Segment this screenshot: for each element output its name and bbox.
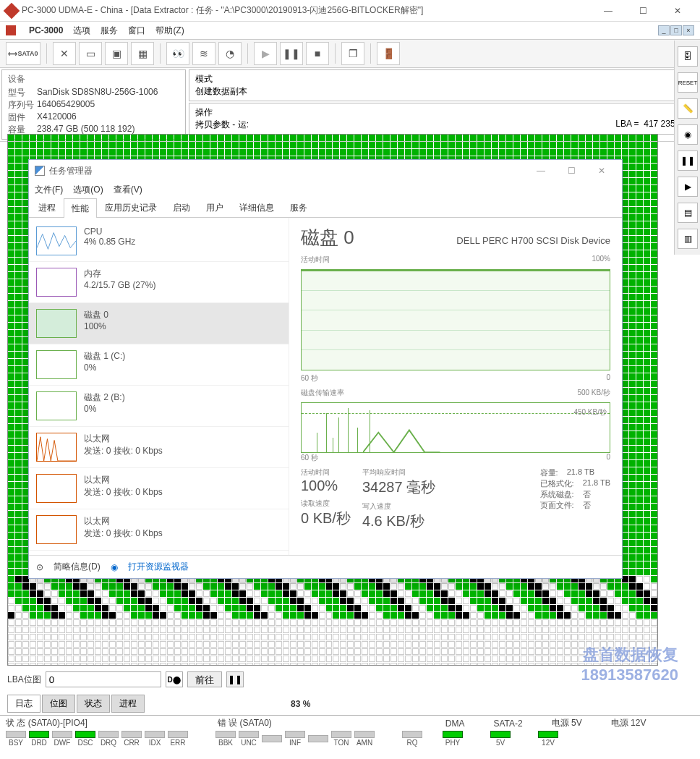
- led-12V: 12V: [538, 731, 558, 747]
- led-UNC: UNC: [239, 731, 259, 747]
- mdi-window-controls: _ □ ×: [658, 25, 694, 35]
- tm-tab-users[interactable]: 用户: [198, 198, 231, 217]
- led-ERR: ERR: [168, 731, 188, 747]
- status-bar: 状 态 (SATA0)-[PIO4] 错 误 (SATA0) DMA SATA-…: [0, 715, 700, 755]
- window-controls: — ☐ ✕: [592, 0, 694, 22]
- tm-item-5[interactable]: 以太网发送: 0 接收: 0 Kbps: [29, 427, 289, 468]
- tm-menu-file[interactable]: 文件(F): [35, 184, 63, 196]
- btab-bitmap[interactable]: 位图: [42, 695, 75, 713]
- menu-options[interactable]: 选项: [73, 25, 90, 37]
- operation-panel: 操作 拷贝参数 - 运: LBA = 417 235 143: [189, 103, 699, 135]
- tm-item-6[interactable]: 以太网发送: 0 接收: 0 Kbps: [29, 468, 289, 509]
- sparkline-icon: [36, 226, 77, 255]
- sidebar-toolbar: 🗄 RESET 📏 ◉ ❚❚ ▶ ▤ ▥: [674, 41, 700, 255]
- menu-help[interactable]: 帮助(Z): [155, 25, 184, 37]
- tm-item-1[interactable]: 内存4.2/15.7 GB (27%): [29, 262, 289, 303]
- led-AMN: AMN: [354, 731, 375, 747]
- expand-icon[interactable]: ⊙: [36, 562, 43, 572]
- led-PHY: PHY: [443, 731, 463, 747]
- lba-input[interactable]: [46, 671, 161, 687]
- sb-gauge-icon[interactable]: ◉: [678, 124, 698, 145]
- tm-tab-process[interactable]: 进程: [30, 198, 64, 217]
- close-button[interactable]: ✕: [661, 0, 694, 22]
- led-DSC: DSC: [75, 731, 95, 747]
- led-CRR: CRR: [121, 731, 142, 747]
- led-DRQ: DRQ: [98, 731, 119, 747]
- toolbar: ⟷SATA0 ✕ ▭ ▣ ▦ 👀 ≋ ◔ ▶ ❚❚ ■ ❐ 🚪: [0, 39, 700, 68]
- tm-left-panel: CPU4% 0.85 GHz内存4.2/15.7 GB (27%)磁盘 0100…: [29, 218, 289, 555]
- lba-card-icon[interactable]: D⬤: [166, 671, 183, 687]
- mdi-minimize[interactable]: _: [658, 25, 670, 35]
- pause2-button[interactable]: ❚❚: [226, 671, 244, 687]
- stop-button[interactable]: ■: [306, 42, 329, 65]
- tm-heading: 磁盘 0: [301, 225, 354, 250]
- led-TON: TON: [331, 731, 351, 747]
- tm-item-2[interactable]: 磁盘 0100%: [29, 303, 289, 344]
- led-5V: 5V: [490, 731, 511, 747]
- open-monitor-link[interactable]: 打开资源监视器: [128, 561, 189, 573]
- window-icon[interactable]: ▭: [79, 42, 102, 65]
- menu-services[interactable]: 服务: [101, 25, 118, 37]
- copy-icon[interactable]: ❐: [341, 42, 364, 65]
- tm-tab-services[interactable]: 服务: [282, 198, 315, 217]
- param-icon[interactable]: ▦: [131, 42, 154, 65]
- tm-menu-view[interactable]: 查看(V): [114, 184, 142, 196]
- window-title: PC-3000 UDMA-E - China - [Data Extractor…: [22, 4, 592, 17]
- tm-maximize[interactable]: ☐: [557, 161, 586, 181]
- menu-window[interactable]: 窗口: [128, 25, 145, 37]
- search-icon[interactable]: 👀: [166, 42, 189, 65]
- mode-panel: 模式 创建数据副本: [189, 69, 699, 101]
- minimize-button[interactable]: —: [592, 0, 625, 22]
- tm-menubar: 文件(F) 选项(O) 查看(V): [29, 182, 622, 198]
- inner-title: PC-3000: [29, 25, 63, 35]
- sparkline-icon: [36, 309, 77, 338]
- tm-tab-apphistory[interactable]: 应用历史记录: [97, 198, 165, 217]
- sb-reset-icon[interactable]: RESET: [678, 72, 698, 93]
- sparkline-icon: [36, 433, 77, 462]
- btab-log[interactable]: 日志: [7, 695, 40, 713]
- filter-icon[interactable]: ≋: [192, 42, 215, 65]
- led-INF: INF: [285, 731, 305, 747]
- gauge-icon[interactable]: ▣: [105, 42, 128, 65]
- tm-stats: 活动时间 100% 读取速度 0 KB/秒 平均响应时间 34287 毫秒 写入…: [301, 467, 610, 531]
- maximize-button[interactable]: ☐: [626, 0, 660, 22]
- sparkline-icon: [36, 350, 77, 379]
- led-: [262, 735, 282, 743]
- sb-db-icon[interactable]: 🗄: [678, 46, 698, 67]
- disk-icon[interactable]: ◔: [218, 42, 242, 65]
- sb-stack2-icon[interactable]: ▥: [678, 229, 698, 249]
- progress-label: 83 %: [291, 699, 310, 709]
- tm-minimize[interactable]: —: [526, 161, 555, 181]
- sparkline-icon: [36, 515, 77, 544]
- tools-icon[interactable]: ✕: [53, 42, 76, 65]
- mdi-maximize[interactable]: □: [670, 25, 682, 35]
- led-BBK: BBK: [215, 731, 236, 747]
- tm-activity-chart: [301, 269, 610, 370]
- led-RQ: RQ: [402, 731, 422, 747]
- sb-measure-icon[interactable]: 📏: [678, 98, 698, 119]
- tm-tab-details[interactable]: 详细信息: [231, 198, 282, 217]
- tm-menu-options[interactable]: 选项(O): [73, 184, 103, 196]
- mdi-close[interactable]: ×: [683, 25, 694, 35]
- tm-item-4[interactable]: 磁盘 2 (B:)0%: [29, 386, 289, 427]
- tm-close[interactable]: ✕: [587, 161, 616, 181]
- tm-item-3[interactable]: 磁盘 1 (C:)0%: [29, 344, 289, 386]
- led-: [308, 735, 328, 743]
- sb-pause-icon[interactable]: ❚❚: [678, 150, 698, 171]
- tm-title: 任务管理器: [49, 165, 526, 177]
- tm-item-0[interactable]: CPU4% 0.85 GHz: [29, 221, 289, 262]
- sb-arrow-icon[interactable]: ▶: [678, 177, 698, 197]
- btab-process[interactable]: 进程: [111, 695, 145, 713]
- tm-item-7[interactable]: 以太网发送: 0 接收: 0 Kbps: [29, 509, 289, 551]
- goto-button[interactable]: 前往: [187, 671, 222, 687]
- exit-icon[interactable]: 🚪: [377, 42, 400, 65]
- btab-status[interactable]: 状态: [77, 695, 110, 713]
- tm-tab-performance[interactable]: 性能: [64, 198, 97, 218]
- tm-tab-startup[interactable]: 启动: [165, 198, 198, 217]
- sb-stack1-icon[interactable]: ▤: [678, 203, 698, 223]
- brief-info-link[interactable]: 简略信息(D): [54, 561, 101, 573]
- pause-button[interactable]: ❚❚: [280, 42, 303, 65]
- sparkline-icon: [36, 391, 77, 420]
- play-button[interactable]: ▶: [254, 42, 277, 65]
- sata-button[interactable]: ⟷SATA0: [6, 42, 40, 65]
